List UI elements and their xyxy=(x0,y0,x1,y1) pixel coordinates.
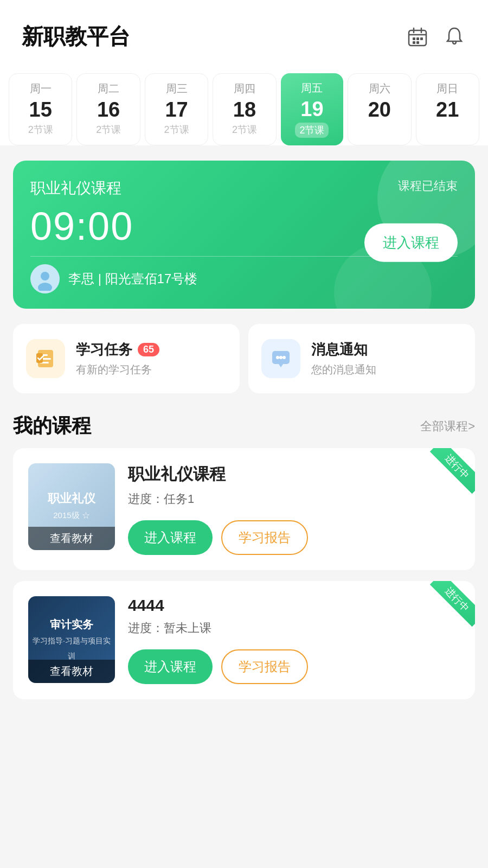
tasks-badge: 65 xyxy=(138,343,159,356)
study-report-button-1[interactable]: 学习报告 xyxy=(221,649,308,684)
course-card-1: 审计实务学习指导·习题与项目实训 查看教材 4444 进度：暂未上课 进入课程 … xyxy=(13,581,475,699)
messages-icon xyxy=(261,339,300,378)
cal-day-name: 周六 xyxy=(369,81,390,96)
banner-enter-button[interactable]: 进入课程 xyxy=(364,223,458,261)
teacher-name: 李思 xyxy=(68,271,94,286)
teacher-info: 李思 | 阳光壹佰17号楼 xyxy=(68,270,197,288)
quick-card-tasks[interactable]: 学习任务 65 有新的学习任务 xyxy=(13,324,240,393)
messages-title-row: 消息通知 xyxy=(311,340,376,359)
calendar-day-17[interactable]: 周三 17 2节课 xyxy=(145,73,208,145)
calendar-day-15[interactable]: 周一 15 2节课 xyxy=(9,73,72,145)
calendar-day-18[interactable]: 周四 18 2节课 xyxy=(213,73,276,145)
course-info-1: 4444 进度：暂未上课 进入课程 学习报告 xyxy=(128,596,460,684)
courses-section-title: 我的课程 xyxy=(13,413,91,439)
tasks-title-row: 学习任务 65 xyxy=(76,340,159,359)
view-textbook-button-1[interactable]: 查看教材 xyxy=(28,660,115,683)
cal-day-num: 20 xyxy=(368,99,391,120)
cal-day-name: 周四 xyxy=(234,81,255,96)
cal-day-lessons xyxy=(446,123,449,135)
ribbon-text-1: 进行中 xyxy=(430,581,475,627)
course-card-name-0: 职业礼仪课程 xyxy=(128,463,460,486)
course-thumb-1: 审计实务学习指导·习题与项目实训 查看教材 xyxy=(28,596,115,683)
teacher-separator: | xyxy=(98,271,105,286)
calendar-day-21[interactable]: 周日 21 xyxy=(416,73,479,145)
svg-rect-6 xyxy=(420,37,423,40)
tasks-text-block: 学习任务 65 有新的学习任务 xyxy=(76,340,159,377)
banner-top-row: 职业礼仪课程 课程已结束 xyxy=(30,178,458,199)
tasks-icon xyxy=(26,339,65,378)
cal-day-name: 周三 xyxy=(166,81,188,96)
study-report-button-0[interactable]: 学习报告 xyxy=(221,520,308,555)
teacher-location: 阳光壹佰17号楼 xyxy=(105,271,198,286)
calendar-day-16[interactable]: 周二 16 2节课 xyxy=(76,73,140,145)
svg-point-20 xyxy=(282,356,286,359)
course-thumb-0: 职业礼仪2015级 ☆ 查看教材 xyxy=(28,463,115,550)
cal-day-name: 周五 xyxy=(301,81,323,95)
course-progress-1: 进度：暂未上课 xyxy=(128,620,460,636)
banner-course-status: 课程已结束 xyxy=(398,178,458,194)
course-actions-0: 进入课程 学习报告 xyxy=(128,520,460,555)
tasks-title: 学习任务 xyxy=(76,340,132,359)
svg-point-19 xyxy=(279,356,282,359)
svg-point-18 xyxy=(276,356,279,359)
cal-day-lessons: 2节课 xyxy=(28,123,53,136)
cal-day-name: 周一 xyxy=(30,81,52,96)
enter-course-button-1[interactable]: 进入课程 xyxy=(128,649,213,684)
status-ribbon-0: 进行中 xyxy=(426,448,475,497)
teacher-avatar xyxy=(30,264,60,293)
view-textbook-button-0[interactable]: 查看教材 xyxy=(28,527,115,550)
cal-day-lessons: 2节课 xyxy=(164,123,189,136)
cal-day-num: 18 xyxy=(233,99,256,120)
course-banner: 职业礼仪课程 课程已结束 09:00 进入课程 李思 | 阳光壹佰17号楼 xyxy=(13,161,475,309)
status-ribbon-1: 进行中 xyxy=(426,581,475,630)
svg-rect-4 xyxy=(413,37,415,40)
app-title: 新职教平台 xyxy=(22,22,130,52)
courses-more-link[interactable]: 全部课程> xyxy=(420,418,475,435)
cal-day-lessons: 2节课 xyxy=(96,123,121,136)
cal-day-num: 16 xyxy=(97,99,120,120)
header-icon-group xyxy=(406,25,466,49)
cal-day-lessons: 2节课 xyxy=(295,123,329,138)
course-info-0: 职业礼仪课程 进度：任务1 进入课程 学习报告 xyxy=(128,463,460,555)
cal-day-name: 周二 xyxy=(98,81,119,96)
quick-card-messages[interactable]: 消息通知 您的消息通知 xyxy=(248,324,475,393)
quick-actions: 学习任务 65 有新的学习任务 消息通知 您的消息通知 xyxy=(13,324,475,393)
cal-day-num: 15 xyxy=(29,99,52,120)
ribbon-text-0: 进行中 xyxy=(430,448,475,494)
calendar-icon[interactable] xyxy=(406,25,429,49)
cal-day-name: 周日 xyxy=(436,81,458,96)
svg-point-10 xyxy=(41,272,49,280)
course-card-name-1: 4444 xyxy=(128,596,460,615)
courses-section-header: 我的课程 全部课程> xyxy=(13,413,475,439)
calendar-day-20[interactable]: 周六 20 xyxy=(348,73,411,145)
messages-title: 消息通知 xyxy=(311,340,368,359)
bell-icon[interactable] xyxy=(442,25,466,49)
course-actions-1: 进入课程 学习报告 xyxy=(128,649,460,684)
cal-day-lessons: 2节课 xyxy=(232,123,257,136)
header: 新职教平台 xyxy=(0,0,488,62)
calendar-day-19[interactable]: 周五 19 2节课 xyxy=(281,73,343,145)
banner-teacher-row: 李思 | 阳光壹佰17号楼 xyxy=(30,264,458,293)
svg-rect-7 xyxy=(413,41,415,44)
cal-day-lessons xyxy=(378,123,381,135)
cal-day-num: 17 xyxy=(165,99,188,120)
tasks-subtitle: 有新的学习任务 xyxy=(76,362,159,377)
course-cards-container: 职业礼仪2015级 ☆ 查看教材 职业礼仪课程 进度：任务1 进入课程 学习报告… xyxy=(0,448,488,699)
calendar-strip: 周一 15 2节课 周二 16 2节课 周三 17 2节课 周四 18 2节课 … xyxy=(0,62,488,145)
enter-course-button-0[interactable]: 进入课程 xyxy=(128,520,213,555)
cal-day-num: 19 xyxy=(300,99,323,119)
banner-course-name: 职业礼仪课程 xyxy=(30,178,121,199)
messages-text-block: 消息通知 您的消息通知 xyxy=(311,340,376,377)
cal-day-num: 21 xyxy=(436,99,459,120)
course-card-0: 职业礼仪2015级 ☆ 查看教材 职业礼仪课程 进度：任务1 进入课程 学习报告… xyxy=(13,448,475,570)
svg-rect-5 xyxy=(416,37,419,40)
messages-subtitle: 您的消息通知 xyxy=(311,362,376,377)
course-progress-0: 进度：任务1 xyxy=(128,491,460,507)
svg-rect-8 xyxy=(416,41,419,44)
